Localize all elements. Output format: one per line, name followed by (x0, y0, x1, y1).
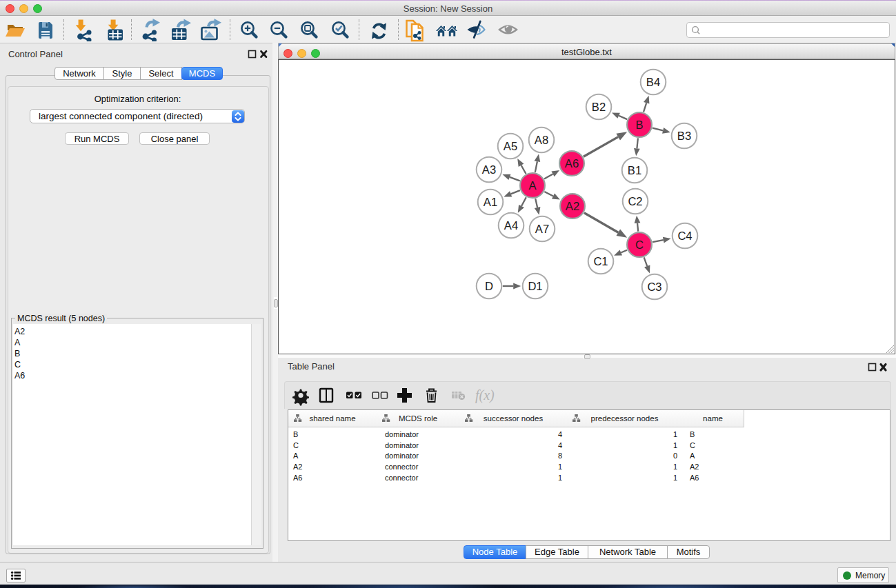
svg-text:A5: A5 (504, 140, 517, 153)
svg-text:A7: A7 (535, 223, 549, 236)
svg-text:A2: A2 (566, 200, 579, 213)
svg-text:D: D (485, 280, 493, 293)
svg-text:B2: B2 (592, 101, 606, 114)
svg-text:C3: C3 (647, 281, 661, 294)
svg-text:A3: A3 (482, 163, 496, 176)
svg-text:B: B (635, 119, 643, 132)
svg-text:B1: B1 (628, 164, 641, 177)
svg-text:f(x): f(x) (475, 387, 495, 403)
svg-text:A6: A6 (565, 157, 579, 170)
svg-text:A1: A1 (484, 196, 497, 209)
svg-text:D1: D1 (528, 280, 542, 293)
svg-text:A: A (528, 179, 537, 192)
svg-text:C4: C4 (677, 230, 692, 243)
svg-text:A8: A8 (535, 134, 548, 147)
svg-text:B4: B4 (646, 76, 660, 89)
svg-text:C2: C2 (628, 195, 642, 208)
svg-text:C: C (635, 239, 644, 252)
svg-text:A4: A4 (504, 219, 518, 232)
svg-text:C1: C1 (593, 255, 608, 268)
svg-text:B3: B3 (677, 130, 691, 143)
